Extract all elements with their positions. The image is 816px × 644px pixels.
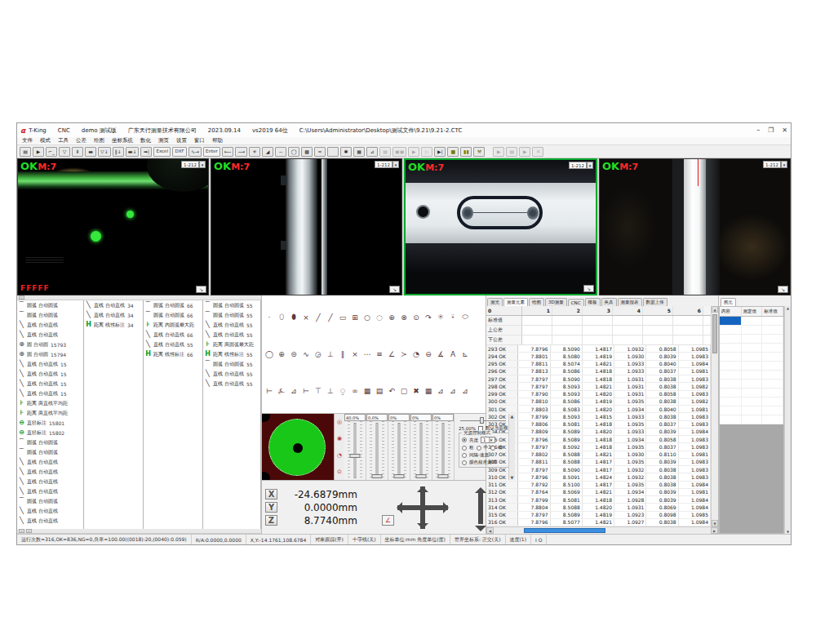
tool-icon-1-6[interactable]: ╱ — [325, 312, 336, 323]
tool-icon-3-16[interactable]: ⊿ — [447, 385, 459, 397]
tab-测量报表[interactable]: 测量报表 — [618, 298, 642, 306]
list-item[interactable]: ⊕圆自动圆15793 — [17, 340, 83, 349]
play-to-end-button[interactable]: ▶| — [434, 147, 446, 157]
element-row[interactable] — [720, 406, 783, 415]
list-item[interactable]: ╲直线自动直线15 — [17, 379, 83, 389]
tool-icon-2-10[interactable]: ≡ — [374, 349, 385, 360]
block-down-button[interactable]: ▬↓ — [126, 147, 140, 157]
camera-resize-icon[interactable]: ↘ — [583, 285, 594, 292]
camera-resize-icon[interactable]: ↘ — [196, 286, 206, 293]
tool-icon-1-15[interactable]: ⍟ — [435, 312, 446, 323]
list-item[interactable]: ⊦距离两圆弧最大距 — [203, 340, 260, 349]
scroll-up-icon[interactable]: ▲ — [511, 414, 514, 419]
scroll-left-icon[interactable]: ‹ — [19, 529, 24, 533]
list-item[interactable]: ╲直线自动直线34 — [84, 300, 143, 310]
list-item[interactable]: ⊖直径标注15801 — [17, 418, 83, 428]
menu-item-设置[interactable]: 设置 — [176, 137, 187, 144]
tool-icon-1-17[interactable]: ⬭ — [459, 312, 471, 323]
element-row[interactable] — [720, 344, 783, 353]
tab-CNC[interactable]: CNC — [568, 299, 584, 306]
table-row[interactable]: 302 OK7.87998.50931.48151.09330.80381.09… — [486, 413, 711, 420]
list-item[interactable]: ╲直线自动直线 — [17, 477, 83, 486]
column-header-1[interactable]: 1 — [522, 306, 552, 315]
table-row[interactable]: 295 OK7.88118.50741.48211.09330.80401.09… — [486, 361, 711, 368]
tool-icon-3-15[interactable]: ⊿ — [435, 385, 446, 397]
tool-icon-3-6[interactable]: ⊥ — [325, 385, 336, 397]
camera-zoom-select[interactable]: 1-212▾ — [375, 161, 399, 168]
list-item[interactable]: ╲直线自动直线 — [17, 506, 83, 516]
table-row[interactable]: 308 OK7.88118.50881.48171.09350.80391.09… — [486, 459, 711, 466]
table-row[interactable]: 303 OK7.88068.50811.48181.09350.80371.09… — [486, 421, 711, 429]
ring-all-icon[interactable]: ◎ — [337, 419, 342, 425]
tab-夹具[interactable]: 夹具 — [601, 298, 617, 306]
list-item[interactable]: ⌒圆弧自动圆弧 — [17, 447, 83, 457]
column-header-0[interactable]: 0 — [486, 306, 522, 315]
tab-测量元素[interactable]: 测量元素 — [503, 298, 528, 306]
play-right-button[interactable]: ▶ — [493, 147, 504, 157]
tool-icon-3-12[interactable]: ▢ — [398, 385, 410, 397]
menu-item-绘图[interactable]: 绘图 — [94, 137, 104, 144]
tool-icon-1-3[interactable]: ⬮ — [288, 312, 299, 323]
table-row[interactable]: 311 OK7.87928.51001.48171.09350.80381.09… — [486, 482, 711, 489]
table-row[interactable]: 310 OK7.87968.50911.48241.09320.80381.09… — [486, 473, 711, 481]
interval-radio[interactable] — [462, 453, 467, 458]
tool-icon-2-4[interactable]: ∿ — [300, 349, 312, 360]
tab-绘图[interactable]: 绘图 — [529, 298, 544, 306]
menu-item-数化[interactable]: 数化 — [140, 137, 151, 144]
block-button[interactable]: ▬ — [85, 147, 96, 157]
camera-zoom-select[interactable]: 1-212▾ — [763, 161, 787, 168]
light-options-scrollbar[interactable]: ▲▼ — [508, 414, 515, 480]
stop-block-button[interactable]: ■ — [447, 147, 459, 157]
element-row[interactable] — [720, 362, 783, 371]
dither-button[interactable]: ▩ — [301, 147, 313, 157]
scroll-right-icon[interactable]: › — [26, 529, 32, 533]
camera-resize-icon[interactable]: ↘ — [778, 286, 788, 293]
red-star-button[interactable]: ✱ — [340, 147, 352, 157]
scroll-left-icon[interactable]: ‹ — [19, 295, 24, 300]
tool-icon-3-2[interactable]: ⍼ — [276, 385, 287, 397]
chevron-down-icon[interactable]: ▾ — [199, 161, 206, 168]
list-item[interactable]: H距离线性标注55 — [203, 349, 260, 359]
x-axis-button[interactable]: X — [265, 489, 277, 500]
list-item[interactable]: ╲直线自动直线55 — [203, 379, 260, 389]
tool-icon-3-17[interactable]: ⊿ — [459, 385, 471, 397]
table-row[interactable]: 293 OK7.87968.50901.48171.09320.80581.09… — [486, 345, 711, 353]
menu-item-帮助[interactable]: 帮助 — [212, 137, 223, 144]
slider-thumb[interactable] — [438, 474, 449, 478]
tool-icon-1-14[interactable]: ↷ — [423, 312, 434, 323]
list-item[interactable]: ╲直线自动直线 — [17, 467, 83, 477]
tool-icon-2-13[interactable]: ◔ — [410, 349, 422, 360]
camera-resize-icon[interactable]: ↘ — [389, 286, 400, 293]
chevron-down-icon[interactable]: ▾ — [587, 162, 593, 169]
lightbulb-button[interactable]: ✳ — [249, 147, 260, 157]
ring-light-indicator[interactable] — [262, 414, 334, 480]
table-row[interactable]: 316 OK7.87968.50771.48211.09270.80381.09… — [486, 519, 711, 526]
list-item[interactable]: ⌒圆弧自动圆弧66 — [144, 300, 202, 310]
save-2-button[interactable]: ▤ — [379, 147, 391, 157]
column-header-6[interactable]: 6 — [673, 306, 703, 315]
mode-select[interactable]: 1▾ — [481, 437, 495, 443]
brightness-radio[interactable] — [462, 437, 467, 442]
column-button[interactable]: Ⅱ — [72, 147, 83, 157]
list-item[interactable]: ⊦距离两直线平均距 — [17, 408, 83, 418]
tool-icon-2-11[interactable]: ∠ — [386, 349, 397, 360]
list-item[interactable]: ⌒圆弧自动圆弧66 — [144, 310, 202, 320]
list-item[interactable]: ⌒圆弧自动圆弧 — [17, 310, 83, 320]
table-row[interactable]: 298 OK7.87978.50931.48211.09310.80381.09… — [486, 383, 711, 390]
tool-icon-2-17[interactable]: ⊾ — [459, 349, 471, 360]
menu-item-窗口[interactable]: 窗口 — [194, 137, 205, 144]
element-row[interactable] — [720, 389, 783, 398]
column-header-3[interactable]: 3 — [583, 306, 613, 315]
folder-button[interactable]: ▶ — [408, 147, 419, 157]
z-jog-arrows[interactable] — [472, 485, 489, 531]
tool-icon-2-7[interactable]: ∥ — [337, 349, 348, 360]
tool-icon-1-7[interactable]: ▭ — [337, 312, 348, 323]
scroll-left-icon[interactable]: ◀ — [486, 527, 494, 534]
list-item[interactable]: ╲直线自动直线 — [17, 330, 83, 340]
list-item[interactable]: ⊦距离内圆弧最大距 — [144, 320, 202, 330]
ring-inner-icon[interactable]: ⊙ — [337, 469, 342, 475]
arrow-left-button[interactable]: ⟵ — [222, 147, 234, 157]
tool-icon-3-9[interactable]: ▦ — [361, 385, 373, 397]
polar-toggle-button[interactable]: ∠ — [382, 515, 394, 526]
tool-icon-2-14[interactable]: ⊖ — [423, 349, 434, 360]
